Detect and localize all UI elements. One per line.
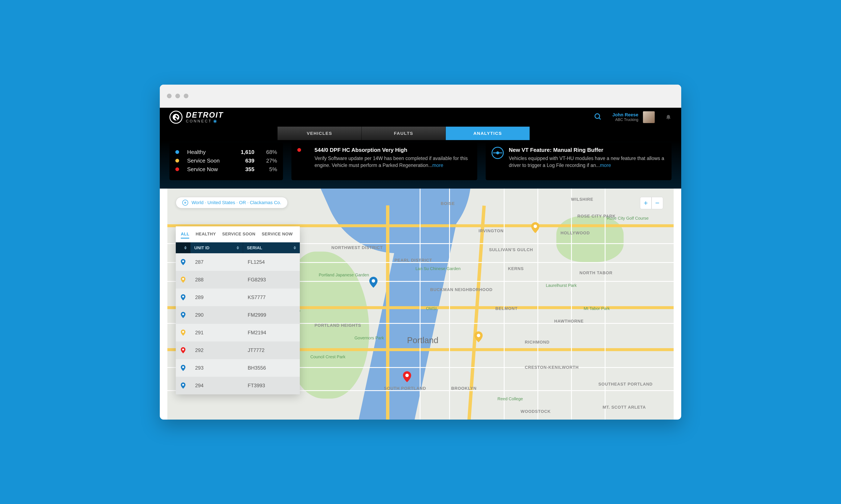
- map-label: NORTH TABOR: [580, 270, 613, 275]
- svg-line-1: [599, 118, 600, 119]
- table-row[interactable]: 294 FT3993: [176, 377, 300, 394]
- map-label: PORTLAND HEIGHTS: [314, 323, 361, 328]
- user-menu[interactable]: John Reese ABC Trucking: [613, 111, 655, 123]
- veh-tab-healthy[interactable]: HEALTHY: [195, 232, 216, 238]
- map-label: BUCKMAN NEIGHBORHOOD: [430, 287, 493, 292]
- vehicle-list-panel: ALL HEALTHY SERVICE SOON SERVICE NOW UNI…: [176, 227, 300, 394]
- col-unit[interactable]: UNIT ID: [190, 242, 243, 253]
- row-unit: 291: [190, 330, 243, 336]
- zoom-in-button[interactable]: +: [640, 197, 652, 209]
- row-pin-icon: [176, 259, 190, 265]
- col-serial[interactable]: SERIAL: [243, 242, 300, 253]
- alert-dot-icon: [297, 147, 309, 159]
- row-unit: 287: [190, 259, 243, 265]
- stat-pct: 5%: [260, 166, 277, 173]
- svg-point-4: [477, 334, 480, 337]
- table-row[interactable]: 289 KS7777: [176, 289, 300, 306]
- row-unit: 290: [190, 312, 243, 318]
- fault-more-link[interactable]: more: [432, 163, 443, 168]
- map-label: IRVINGTON: [479, 229, 503, 233]
- map-label: KERNS: [508, 266, 524, 271]
- table-row[interactable]: 293 BH3556: [176, 359, 300, 377]
- row-serial: KS7777: [243, 294, 300, 300]
- col-pin[interactable]: [176, 242, 190, 253]
- stat-row-soon: Service Soon 639 27%: [175, 158, 277, 164]
- user-company: ABC Trucking: [613, 118, 638, 122]
- browser-titlebar: [160, 85, 681, 108]
- svg-point-12: [182, 366, 184, 368]
- map-poi: Reed College: [497, 396, 523, 401]
- map-poi: Council Crest Park: [310, 355, 345, 359]
- veh-tab-all[interactable]: ALL: [181, 232, 189, 238]
- map-label: CRESTON-KENILWORTH: [525, 365, 579, 370]
- row-pin-icon: [176, 365, 190, 371]
- col-serial-label: SERIAL: [247, 246, 262, 250]
- map-label: WILSHIRE: [571, 197, 593, 202]
- wifi-icon: ◉: [213, 119, 217, 123]
- svg-point-0: [595, 114, 599, 118]
- svg-point-10: [182, 331, 184, 332]
- tab-analytics[interactable]: ANALYTICS: [446, 127, 530, 140]
- row-serial: JT7772: [243, 347, 300, 353]
- stat-count: 355: [234, 166, 254, 173]
- row-unit: 292: [190, 347, 243, 353]
- feature-more-link[interactable]: more: [600, 163, 611, 168]
- feature-news-card: New VT Feature: Manual Ring Buffer Vehic…: [486, 143, 671, 180]
- table-row[interactable]: 291 FM2194: [176, 324, 300, 341]
- map-pin[interactable]: [531, 222, 539, 233]
- traffic-light-max[interactable]: [184, 94, 188, 98]
- locate-icon: [182, 200, 188, 205]
- map-label: NORTHWEST DISTRICT: [331, 245, 383, 250]
- map-label: BOISE: [441, 201, 455, 206]
- dot-icon: [175, 150, 179, 154]
- brand-logo[interactable]: DETROIT CONNECT◉: [170, 111, 223, 124]
- map-pin[interactable]: [474, 331, 483, 342]
- map-poi: Laurelhurst Park: [546, 283, 577, 288]
- tab-faults[interactable]: FAULTS: [362, 127, 446, 140]
- vehicle-table-header: UNIT ID SERIAL: [176, 242, 300, 253]
- map-pin[interactable]: [403, 371, 411, 382]
- browser-window: DETROIT CONNECT◉ John Reese ABC Trucking…: [160, 85, 681, 419]
- bell-icon[interactable]: [665, 114, 671, 121]
- map-pin[interactable]: [369, 277, 378, 288]
- map-label: SOUTH PORTLAND: [384, 386, 426, 391]
- steering-wheel-icon: [492, 147, 504, 159]
- row-serial: FG8293: [243, 277, 300, 283]
- map-label: PEARL DISTRICT: [394, 258, 432, 263]
- tab-vehicles[interactable]: VEHICLES: [277, 127, 362, 140]
- svg-point-9: [182, 313, 184, 315]
- row-unit: 288: [190, 277, 243, 283]
- traffic-light-min[interactable]: [175, 94, 180, 98]
- veh-tab-now[interactable]: SERVICE NOW: [262, 232, 293, 238]
- row-unit: 293: [190, 365, 243, 371]
- svg-point-6: [182, 260, 184, 262]
- row-pin-icon: [176, 312, 190, 318]
- avatar[interactable]: [643, 111, 655, 123]
- fault-alert-card: 544/0 DPF HC Absorption Very High Verify…: [291, 143, 477, 180]
- feature-body: Vehicles equipped with VT-HU modules hav…: [509, 156, 664, 168]
- map-poi: OMSI: [426, 306, 437, 311]
- table-row[interactable]: 290 FM2999: [176, 306, 300, 324]
- map-label: HAWTHORNE: [554, 319, 584, 324]
- fault-title: 544/0 DPF HC Absorption Very High: [314, 147, 471, 153]
- svg-point-2: [372, 279, 375, 283]
- svg-point-3: [405, 374, 409, 377]
- svg-point-8: [182, 295, 184, 298]
- table-row[interactable]: 287 FL1254: [176, 253, 300, 271]
- map-label: MT. SCOTT ARLETA: [603, 405, 646, 410]
- zoom-out-button[interactable]: −: [652, 197, 663, 209]
- table-row[interactable]: 292 JT7772: [176, 341, 300, 359]
- table-row[interactable]: 288 FG8293: [176, 271, 300, 289]
- traffic-light-close[interactable]: [167, 94, 172, 98]
- dashboard-cards: Healthy 1,610 68% Service Soon 639 27% S…: [160, 140, 681, 188]
- fleet-map[interactable]: Portland PEARL DISTRICT NORTHWEST DISTRI…: [167, 188, 674, 419]
- search-icon[interactable]: [594, 113, 602, 122]
- brand-line2: CONNECT: [186, 119, 212, 123]
- row-serial: FM2999: [243, 312, 300, 318]
- row-serial: BH3556: [243, 365, 300, 371]
- dot-icon: [175, 167, 179, 171]
- stat-label: Healthy: [187, 149, 227, 156]
- brand-line1: DETROIT: [186, 111, 223, 119]
- veh-tab-soon[interactable]: SERVICE SOON: [222, 232, 255, 238]
- map-breadcrumb[interactable]: World · United States · OR · Clackamas C…: [176, 197, 288, 208]
